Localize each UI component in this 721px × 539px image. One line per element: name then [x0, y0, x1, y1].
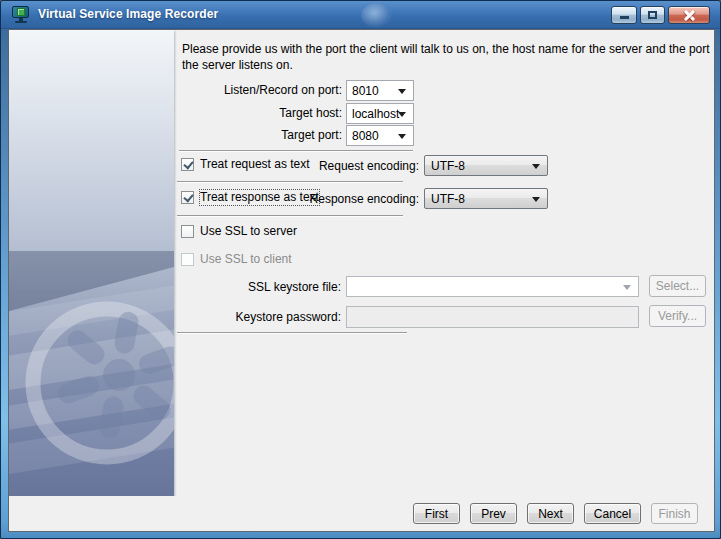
ssl-keystore-file-combobox — [346, 276, 639, 297]
intro-text: Please provide us with the port the clie… — [182, 41, 717, 73]
target-host-label: Target host: — [142, 106, 342, 121]
minimize-icon — [620, 16, 629, 19]
response-encoding-value: UTF-8 — [431, 192, 465, 206]
cancel-button[interactable]: Cancel — [584, 503, 641, 524]
dialog-body: Please provide us with the port the clie… — [8, 29, 715, 532]
prev-button[interactable]: Prev — [470, 503, 517, 524]
titlebar[interactable]: Virtual Service Image Recorder — [1, 1, 720, 29]
treat-response-as-text-checkbox[interactable] — [181, 191, 194, 204]
minimize-button[interactable] — [611, 6, 637, 24]
button-bar: First Prev Next Cancel Finish — [9, 496, 714, 531]
next-button[interactable]: Next — [527, 503, 574, 524]
target-host-combobox[interactable]: localhost — [346, 103, 414, 124]
maximize-icon — [648, 11, 657, 19]
target-port-label: Target port: — [142, 128, 342, 143]
first-button[interactable]: First — [413, 503, 460, 524]
chevron-down-icon[interactable] — [532, 197, 540, 202]
finish-button: Finish — [651, 503, 698, 524]
chevron-down-icon[interactable] — [398, 89, 406, 94]
target-port-value: 8080 — [352, 129, 379, 143]
target-port-combobox[interactable]: 8080 — [346, 125, 414, 146]
window-controls — [611, 6, 710, 24]
maximize-button[interactable] — [640, 6, 665, 24]
close-icon — [684, 10, 695, 21]
use-ssl-to-client-checkbox — [181, 253, 194, 266]
chevron-down-icon[interactable] — [398, 134, 406, 139]
request-encoding-value: UTF-8 — [431, 159, 465, 173]
separator — [177, 215, 403, 217]
app-icon — [12, 6, 31, 24]
keystore-password-field — [346, 306, 639, 328]
separator — [179, 150, 413, 152]
request-encoding-dropdown[interactable]: UTF-8 — [424, 155, 548, 176]
select-button: Select... — [649, 275, 706, 297]
window-title: Virtual Service Image Recorder — [38, 1, 218, 29]
use-ssl-to-server-label[interactable]: Use SSL to server — [200, 224, 297, 239]
sidebar-graphic — [9, 30, 174, 496]
close-button[interactable] — [668, 6, 710, 24]
response-encoding-dropdown[interactable]: UTF-8 — [424, 188, 548, 209]
separator — [177, 181, 403, 183]
use-ssl-to-client-label: Use SSL to client — [200, 252, 292, 267]
request-encoding-label: Request encoding: — [259, 159, 419, 174]
separator — [177, 332, 407, 334]
ssl-keystore-file-label: SSL keystore file: — [141, 280, 341, 295]
treat-request-as-text-checkbox[interactable] — [181, 158, 194, 171]
response-encoding-label: Response encoding: — [259, 192, 419, 207]
virtual-service-image-recorder-window: Virtual Service Image Recorder — [0, 0, 721, 539]
chevron-down-icon[interactable] — [398, 112, 406, 117]
listen-port-value: 8010 — [352, 84, 379, 98]
titlebar-watermark-globe-icon — [361, 3, 393, 28]
listen-port-label: Listen/Record on port: — [142, 83, 342, 98]
verify-button: Verify... — [649, 305, 706, 327]
listen-port-combobox[interactable]: 8010 — [346, 80, 414, 101]
chevron-down-icon — [623, 285, 631, 290]
keystore-password-label: Keystore password: — [141, 310, 341, 325]
target-host-value: localhost — [352, 107, 399, 121]
chevron-down-icon[interactable] — [532, 164, 540, 169]
use-ssl-to-server-checkbox[interactable] — [181, 225, 194, 238]
